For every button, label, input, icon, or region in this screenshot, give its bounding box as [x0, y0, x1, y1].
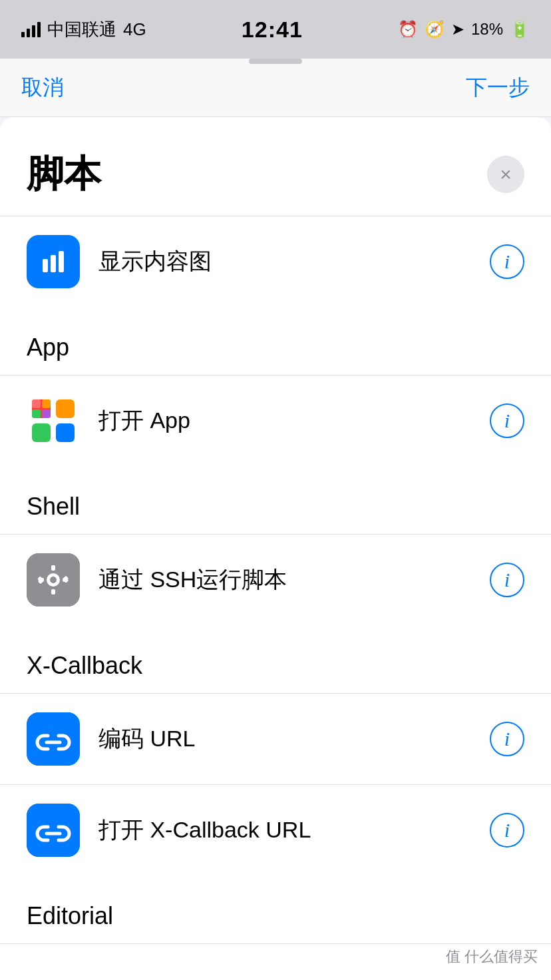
section-app: App 打开 App i [0, 307, 551, 466]
svg-rect-10 [42, 399, 51, 408]
display-content-label: 显示内容图 [98, 246, 490, 277]
appgrid-icon [27, 394, 80, 447]
svg-rect-8 [56, 423, 75, 442]
info-icon-3: i [504, 569, 510, 591]
nav-bar: 取消 下一步 [0, 59, 551, 117]
svg-rect-12 [42, 409, 51, 418]
encode-url-label: 编码 URL [98, 724, 490, 754]
sheet: 脚本 × 显示内容图 i A [0, 117, 551, 980]
carrier-label: 中国联通 [47, 18, 116, 41]
section-header-xcallback: X-Callback [0, 625, 551, 693]
info-button-open-xcallback[interactable]: i [490, 813, 524, 848]
status-left: 中国联通 4G [21, 18, 146, 41]
next-button[interactable]: 下一步 [466, 73, 530, 103]
list-item-open-xcallback[interactable]: 打开 X-Callback URL i [0, 785, 551, 875]
section-editorial: Editorial [0, 875, 551, 944]
svg-rect-17 [51, 589, 55, 595]
network-label: 4G [123, 19, 146, 40]
info-button-display-content[interactable]: i [490, 244, 524, 279]
open-app-label: 打开 App [98, 405, 490, 436]
svg-rect-2 [51, 255, 56, 272]
location-icon: ➤ [451, 20, 464, 39]
sheet-header: 脚本 × [0, 117, 551, 216]
compass-icon: 🧭 [425, 20, 445, 39]
status-time: 12:41 [242, 17, 303, 43]
svg-rect-3 [59, 251, 64, 272]
svg-rect-24 [27, 712, 80, 766]
info-button-open-app[interactable]: i [490, 403, 524, 438]
sheet-title: 脚本 [27, 149, 101, 200]
list-item-encode-url[interactable]: 编码 URL i [0, 694, 551, 785]
drag-handle [249, 59, 302, 64]
gear-icon [27, 553, 80, 607]
battery-label: 18% [471, 20, 503, 39]
info-button-ssh-run[interactable]: i [490, 563, 524, 597]
alarm-icon: ⏰ [398, 20, 418, 39]
close-button[interactable]: × [487, 156, 524, 193]
info-icon-2: i [504, 409, 510, 432]
list-item-display-content[interactable]: 显示内容图 i [0, 216, 551, 307]
svg-point-15 [50, 577, 57, 583]
section-header-app: App [0, 307, 551, 375]
ssh-run-label: 通过 SSH运行脚本 [98, 565, 490, 595]
svg-rect-16 [51, 565, 55, 571]
svg-rect-11 [32, 409, 41, 418]
watermark: 值 什么值得买 [446, 947, 538, 967]
divider-editorial [0, 943, 551, 944]
svg-rect-7 [32, 423, 51, 442]
section-top: 显示内容图 i [0, 216, 551, 307]
signal-bars [21, 22, 41, 37]
info-button-encode-url[interactable]: i [490, 722, 524, 756]
status-bar: 中国联通 4G 12:41 ⏰ 🧭 ➤ 18% 🔋 [0, 0, 551, 59]
open-xcallback-label: 打开 X-Callback URL [98, 815, 490, 846]
info-icon-5: i [504, 819, 510, 842]
cancel-button[interactable]: 取消 [21, 73, 64, 103]
section-header-shell: Shell [0, 466, 551, 534]
svg-rect-6 [56, 399, 75, 418]
info-icon: i [504, 250, 510, 273]
list-item-ssh-run[interactable]: 通过 SSH运行脚本 i [0, 535, 551, 625]
section-shell: Shell [0, 466, 551, 625]
list-item-open-app[interactable]: 打开 App i [0, 375, 551, 466]
close-icon: × [500, 164, 512, 184]
svg-rect-1 [43, 259, 48, 272]
section-xcallback: X-Callback 编码 URL i [0, 625, 551, 875]
network-icon [27, 235, 80, 288]
svg-rect-9 [32, 399, 41, 408]
section-header-editorial: Editorial [0, 875, 551, 943]
svg-rect-26 [27, 804, 80, 857]
link-icon-open [27, 804, 80, 857]
info-icon-4: i [504, 728, 510, 750]
link-icon-encode [27, 712, 80, 766]
status-right: ⏰ 🧭 ➤ 18% 🔋 [398, 20, 530, 39]
battery-icon: 🔋 [510, 20, 530, 39]
